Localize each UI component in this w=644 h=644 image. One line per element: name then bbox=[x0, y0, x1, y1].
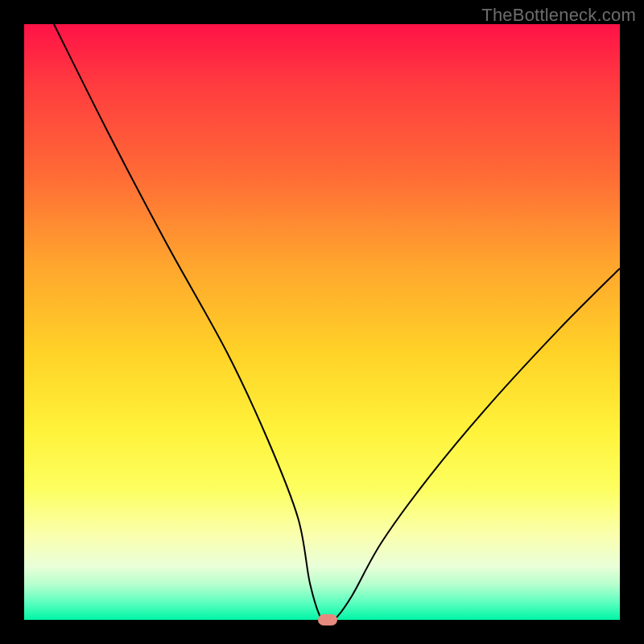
watermark-text: TheBottleneck.com bbox=[481, 5, 636, 26]
chart-frame: TheBottleneck.com bbox=[0, 0, 644, 644]
pickup-marker bbox=[318, 614, 337, 625]
plot-area bbox=[24, 24, 620, 620]
bottleneck-curve bbox=[24, 24, 620, 620]
